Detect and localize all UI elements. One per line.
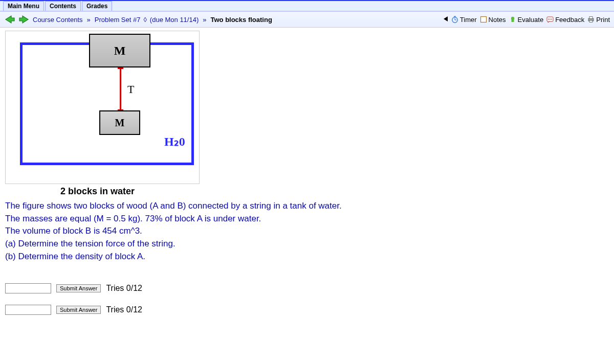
answer-input-b[interactable] <box>5 305 51 315</box>
answer-row-b: Submit Answer Tries 0/12 <box>5 305 609 315</box>
timer-tool[interactable]: Timer <box>451 16 477 24</box>
tank: M T M H₂0 <box>20 42 194 165</box>
problem-line-1: The figure shows two blocks of wood (A a… <box>5 200 609 213</box>
problem-diagram: M T M H₂0 <box>5 31 200 184</box>
tries-a: Tries 0/12 <box>106 284 142 293</box>
notes-icon <box>480 16 487 23</box>
top-tabs: Main Menu Contents Grades <box>0 0 614 11</box>
svg-point-13 <box>551 19 552 20</box>
tab-contents[interactable]: Contents <box>45 1 81 11</box>
submit-button-a[interactable]: Submit Answer <box>56 284 101 292</box>
print-icon <box>587 16 595 23</box>
clock-icon <box>451 16 458 23</box>
svg-rect-9 <box>511 19 514 22</box>
crumb-diamond: ◊ <box>143 16 146 24</box>
answer-input-a[interactable] <box>5 283 51 293</box>
evaluate-tool[interactable]: Evaluate <box>509 16 544 24</box>
prev-triangle-icon[interactable] <box>443 16 448 24</box>
problem-line-5: (b) Determine the density of block A. <box>5 251 609 263</box>
problem-line-3: The volume of block B is 454 cm^3. <box>5 225 609 238</box>
toolbar: Timer Notes Evaluate Feedback Print <box>443 16 610 24</box>
tension-label: T <box>127 83 134 96</box>
svg-rect-15 <box>589 17 593 19</box>
crumb-current: Two blocks floating <box>210 16 272 24</box>
tab-grades[interactable]: Grades <box>82 1 112 11</box>
block-b: M <box>99 110 140 135</box>
crumb-course-contents[interactable]: Course Contents <box>33 16 83 24</box>
content: M T M H₂0 2 blocks in water The figure s… <box>0 28 614 336</box>
string <box>120 69 121 110</box>
notes-tool[interactable]: Notes <box>480 16 506 24</box>
forward-arrow-icon[interactable] <box>18 14 30 25</box>
timer-label: Timer <box>460 16 477 24</box>
svg-marker-2 <box>444 16 448 21</box>
svg-marker-0 <box>6 16 14 23</box>
feedback-tool[interactable]: Feedback <box>546 16 584 24</box>
crumb-sep-1: » <box>87 16 91 24</box>
svg-point-11 <box>548 19 549 20</box>
problem-line-2: The masses are equal (M = 0.5 kg). 73% o… <box>5 213 609 225</box>
problem-line-4: (a) Determine the tension force of the s… <box>5 238 609 251</box>
svg-point-12 <box>550 19 551 20</box>
water-label: H₂0 <box>164 134 185 149</box>
problem-text: The figure shows two blocks of wood (A a… <box>5 200 609 263</box>
feedback-icon <box>546 16 554 23</box>
notes-label: Notes <box>489 16 506 24</box>
print-label: Print <box>596 16 610 24</box>
svg-marker-1 <box>19 16 28 23</box>
crumb-problem-set[interactable]: Problem Set #7 <box>95 16 141 24</box>
submit-button-b[interactable]: Submit Answer <box>56 306 101 314</box>
tries-b: Tries 0/12 <box>106 305 142 314</box>
evaluate-label: Evaluate <box>518 16 544 24</box>
diagram-caption: 2 blocks in water <box>60 186 609 197</box>
crumb-due: (due Mon 11/14) <box>150 16 199 24</box>
svg-rect-6 <box>454 16 456 17</box>
crumb-sep-2: » <box>203 16 206 24</box>
evaluate-icon <box>509 16 516 23</box>
answer-row-a: Submit Answer Tries 0/12 <box>5 283 609 293</box>
breadcrumb-bar: Course Contents » Problem Set #7 ◊ (due … <box>0 11 614 28</box>
print-tool[interactable]: Print <box>587 16 610 24</box>
feedback-label: Feedback <box>555 16 584 24</box>
svg-rect-7 <box>480 17 486 22</box>
block-a: M <box>89 34 150 67</box>
tab-main-menu[interactable]: Main Menu <box>3 1 44 11</box>
back-arrow-icon[interactable] <box>4 14 15 25</box>
svg-rect-16 <box>589 20 593 22</box>
